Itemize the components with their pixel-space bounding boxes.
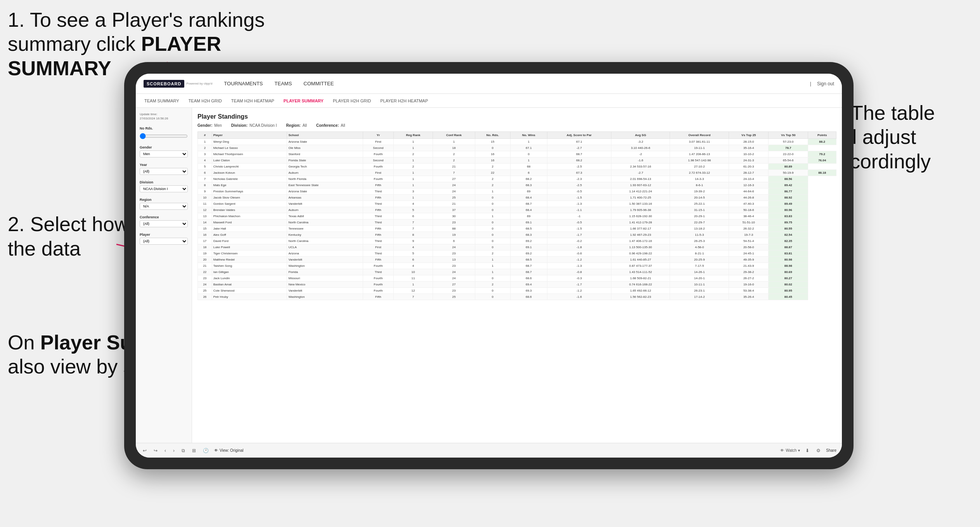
download-button[interactable]: ⬇ [804,447,811,454]
cell-10: 19-11-1 [670,145,729,151]
cell-11: 61-20-3 [729,164,769,170]
back-button[interactable]: ‹ [163,447,168,454]
table-title: Player Standings [197,113,836,120]
cell-2: North Carolina [287,238,363,244]
clock-button[interactable]: 🕐 [201,447,210,454]
cell-3: Third [363,219,393,226]
sidebar-no-rds: No Rds. [140,126,188,140]
subnav-team-summary[interactable]: TEAM SUMMARY [144,97,180,105]
cell-6: 0 [475,288,510,294]
cell-10: 25-22-1 [670,201,729,207]
region-select[interactable]: N/A All [140,203,188,210]
cell-8: -0.2 [547,238,611,244]
table-row[interactable]: 24Bastian AmatNew MexicoFourth127269.4-1… [198,282,836,288]
cell-6: 0 [475,244,510,251]
subnav-player-summary[interactable]: PLAYER SUMMARY [283,97,324,105]
subnav-team-h2h-grid[interactable]: TEAM H2H GRID [188,97,223,105]
division-select[interactable]: NCAA Division I [140,185,188,192]
cell-6: 1 [475,257,510,263]
cell-2: East Tennessee State [287,182,363,188]
gender-select[interactable]: Men Women [140,150,188,157]
redo-button[interactable]: ↪ [152,447,159,454]
share-button[interactable]: Share [826,448,836,453]
cell-11: 21-43-9 [729,263,769,269]
table-row[interactable]: 11Gordon SargentVanderbiltThird421068.7-… [198,201,836,207]
nav-teams[interactable]: TEAMS [275,79,292,88]
cell-11: 24-45-1 [729,251,769,257]
cell-12: 89.49 [769,201,808,207]
nav-tournaments[interactable]: TOURNAMENTS [224,79,263,88]
table-row[interactable]: 12Brendan ValdesAuburnFifth537068.4-1.11… [198,207,836,213]
cell-6: 0 [475,275,510,282]
table-row[interactable]: 1Wenyi DingArizona StateFirst1115167.1-3… [198,139,836,145]
undo-button[interactable]: ↩ [141,447,148,454]
cell-3: Third [363,251,393,257]
paste-button[interactable]: ⊞ [190,447,197,454]
table-row[interactable]: 25Cole SherwoodVanderbiltFourth1223069.3… [198,288,836,294]
cell-4: 1 [393,145,433,151]
cell-11: 53-38-4 [729,288,769,294]
cell-7: 68.7 [510,263,547,269]
table-row[interactable]: 9Preston SummerhaysArizona StateThird324… [198,188,836,195]
table-row[interactable]: 10Jacob Skov OlesenArkansasFifth125068.4… [198,195,836,201]
cell-2: North Florida [287,176,363,182]
cell-2: UCLA [287,244,363,251]
nav-committee[interactable]: COMMITTEE [303,79,334,88]
player-select[interactable]: (All) [140,238,188,245]
cell-8: -1.7 [547,232,611,238]
table-row[interactable]: 4Luke ClatonFlorida StateSecond1216168.2… [198,157,836,164]
forward-button[interactable]: › [171,447,176,454]
table-row[interactable]: 20Matthew RiedelVanderbiltFifth613168.5-… [198,257,836,263]
cell-2: Arizona State [287,188,363,195]
settings-button[interactable]: ⚙ [815,447,822,454]
cell-6: 0 [475,226,510,232]
cell-2: Ole Miss [287,145,363,151]
cell-10: 17-14-2 [670,294,729,300]
table-row[interactable]: 23Jack LundinMissouriFourth1124068.6-0.3… [198,275,836,282]
cell-7: 68.2 [510,176,547,182]
table-row[interactable]: 26Petr HrubyWashingtonFifth725068.6-1.61… [198,294,836,300]
table-row[interactable]: 5Christo LamprechtGeorgia TechFourth2212… [198,164,836,170]
no-rds-label: No Rds. [140,126,188,130]
cell-9: -3.2 [611,139,670,145]
watch-button[interactable]: 👁 Watch ▾ [780,448,800,453]
cell-4: 7 [393,294,433,300]
table-row[interactable]: 21Taishen SongWashingtonFourth423168.7-1… [198,263,836,269]
table-row[interactable]: 14Maxwell FordNorth CarolinaThird723069.… [198,219,836,226]
logo-subtitle: Powered by clipp'd [186,82,212,85]
cell-5: 23 [433,251,475,257]
cell-11: 28-15-0 [729,139,769,145]
cell-6: 1 [475,188,510,195]
table-row[interactable]: 2Michael Le SassoOle MissSecond118067.1-… [198,145,836,151]
cell-12: 80.89 [769,164,808,170]
view-selector[interactable]: 👁 View: Original [214,448,244,453]
subnav-team-h2h-heatmap[interactable]: TEAM H2H HEATMAP [230,97,275,105]
table-row[interactable]: 22Ian GilliganFloridaThird1024168.7-0.81… [198,269,836,275]
table-row[interactable]: 18Luke PowellUCLAFirst424069.1-1.81.13 5… [198,244,836,251]
no-rds-slider[interactable] [140,133,188,139]
sub-navbar: TEAM SUMMARY TEAM H2H GRID TEAM H2H HEAT… [136,94,842,108]
cell-10: 7-17-5 [670,263,729,269]
table-row[interactable]: 6Jackson KoivunAuburnFirst1722667.3-2.72… [198,170,836,176]
cell-0: 24 [198,282,212,288]
cell-12: 83.81 [769,251,808,257]
subnav-player-h2h-grid[interactable]: PLAYER H2H GRID [332,97,372,105]
table-row[interactable]: 8Mats EgeEast Tennessee StateFifth124268… [198,182,836,188]
app-logo: SCOREBOARD Powered by clipp'd [144,80,212,88]
cell-4: 4 [393,263,433,269]
cell-12: 22-22-0 [769,151,808,157]
year-select[interactable]: (All) First Second Third Fourth Fifth [140,168,188,175]
conference-select[interactable]: (All) [140,220,188,227]
cell-6: 0 [475,195,510,201]
table-row[interactable]: 17David FordNorth CarolinaThird96069.2-0… [198,238,836,244]
table-row[interactable]: 15Jake HallTennesseeFifth788068.5-1.51.6… [198,226,836,232]
subnav-player-h2h-heatmap[interactable]: PLAYER H2H HEATMAP [379,97,429,105]
copy-button[interactable]: ⧉ [180,447,187,454]
table-row[interactable]: 13Phichaksn MaichonTexas A&MThird630169-… [198,213,836,219]
table-row[interactable]: 16Alex GoffKentuckyFifth819068.3-1.71.92… [198,232,836,238]
table-row[interactable]: 19Tiger ChristensenArizonaThird523269.2-… [198,251,836,257]
table-row[interactable]: 3Michael ThorbjornsenStanfordFourth22160… [198,151,836,157]
sign-out-link[interactable]: Sign out [817,81,834,86]
cell-10: 8-6-1 [670,182,729,188]
table-row[interactable]: 7Nicholas GabrieleNorth FloridaFourth127… [198,176,836,182]
